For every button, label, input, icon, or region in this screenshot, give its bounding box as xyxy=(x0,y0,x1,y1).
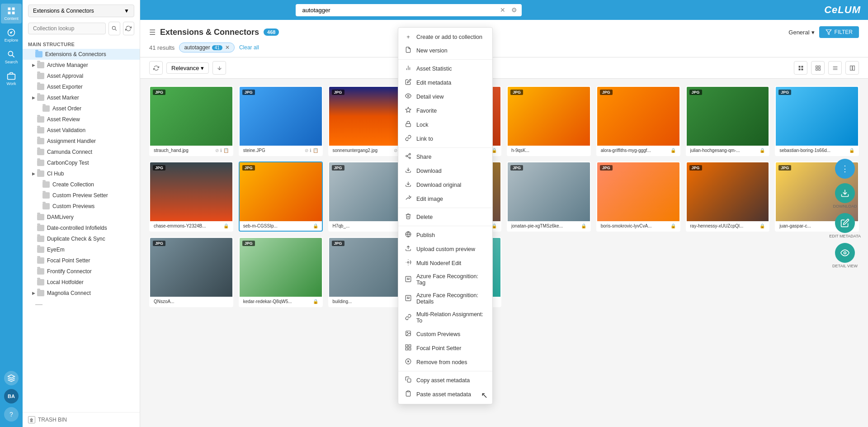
ctx-publish[interactable]: Publish xyxy=(398,228,492,242)
tree-item-camunda-connect[interactable]: Camunda Connect xyxy=(23,147,140,157)
ctx-edit-image[interactable]: Edit image xyxy=(398,192,492,206)
global-search-input[interactable] xyxy=(296,4,522,16)
sidebar-item-work[interactable]: Work xyxy=(1,69,22,89)
svg-rect-58 xyxy=(407,379,411,382)
ctx-azure-face-tag[interactable]: Azure Face Recognition: Tag xyxy=(398,270,492,289)
ctx-delete[interactable]: Delete xyxy=(398,210,492,224)
sidebar-item-content[interactable]: Content xyxy=(1,4,22,24)
tree-trash[interactable]: 🗑 TRASH BIN xyxy=(23,412,140,427)
image-card-15[interactable]: JPG ray-hennessy-xUUZcpQl... 🔒 xyxy=(686,161,770,232)
tree-item-asset-order[interactable]: Asset Order xyxy=(23,103,140,114)
sort-dropdown[interactable]: Relevance ▾ xyxy=(166,62,209,74)
tree-item-magnolia-connect[interactable]: ▶ Magnolia Connect xyxy=(23,288,140,299)
image-card-1[interactable]: JPG strauch_hand.jpg ⊘ ℹ 📋 xyxy=(149,86,233,156)
ctx-paste-asset-metadata[interactable]: Paste asset metadata ↖ xyxy=(398,387,492,401)
tree-item-custom-previews[interactable]: Custom Previews xyxy=(23,201,140,212)
image-card-6[interactable]: JPG alora-griffiths-myg-gggf... 🔒 xyxy=(596,86,680,156)
ctx-lock[interactable]: Lock xyxy=(398,118,492,132)
ctx-custom-previews[interactable]: Custom Previews xyxy=(398,327,492,341)
sidebar-item-search[interactable]: Search xyxy=(1,47,22,67)
chip-close-button[interactable]: ✕ xyxy=(225,44,230,51)
ctx-multi-noderef-edit[interactable]: Multi Noderef Edit xyxy=(398,256,492,270)
svg-point-32 xyxy=(409,153,411,155)
ctx-multi-relation[interactable]: Multi-Relation Assignment: To xyxy=(398,308,492,327)
tree-item-asset-marker[interactable]: ▶ Asset Marker xyxy=(23,92,140,103)
tree-item-archive-manager[interactable]: ▶ Archive Manager xyxy=(23,60,140,71)
tree-item-assignment-handler[interactable]: Assignment Handler xyxy=(23,136,140,147)
tree-search-input[interactable] xyxy=(28,23,106,34)
image-card-18[interactable]: JPG kedar-redekar-Q8qW5... 🔒 xyxy=(239,237,323,307)
tree-search-button[interactable] xyxy=(108,22,120,35)
help-button[interactable]: ? xyxy=(4,407,19,422)
svg-rect-20 xyxy=(818,68,820,70)
svg-rect-16 xyxy=(801,68,803,70)
svg-rect-19 xyxy=(816,68,817,70)
search-box: ✕ ⚙ xyxy=(296,4,522,16)
tree-item-eyeem[interactable]: EyeEm xyxy=(23,244,140,255)
ctx-download-original[interactable]: Download original xyxy=(398,178,492,192)
panel-view-button[interactable] xyxy=(845,61,859,75)
plugin-icon[interactable] xyxy=(4,371,19,385)
ctx-azure-face-details[interactable]: Azure Face Recognition: Details xyxy=(398,289,492,308)
ctx-focal-point-setter[interactable]: Focal Point Setter xyxy=(398,341,492,355)
hamburger-icon[interactable]: ☰ xyxy=(149,28,156,37)
image-card-7[interactable]: JPG julian-hochgesang-qm-... 🔒 xyxy=(686,86,770,156)
image-card-14[interactable]: JPG boris-smokrovic-lyvCvA... 🔒 xyxy=(596,161,680,232)
tree-item-carboncopy[interactable]: CarbonCopy Test xyxy=(23,157,140,168)
ctx-copy-asset-metadata[interactable]: Copy asset metadata xyxy=(398,373,492,387)
image-card-8[interactable]: JPG sebastian-boring-1s66d... 🔒 xyxy=(775,86,859,156)
sort-order-button[interactable] xyxy=(212,61,226,75)
tree-refresh-button[interactable] xyxy=(123,22,135,35)
ctx-favorite[interactable]: Favorite xyxy=(398,104,492,118)
list-view-button[interactable] xyxy=(828,61,842,75)
image-card-13[interactable]: JPG jonatan-pie-xgTMSz6ke... 🔒 xyxy=(507,161,591,232)
refresh-button[interactable] xyxy=(149,61,163,75)
tree-item-custom-preview-setter[interactable]: Custom Preview Setter xyxy=(23,190,140,201)
ctx-upload-custom-preview[interactable]: Upload custom preview xyxy=(398,242,492,256)
tree-item-focal-point-setter[interactable]: Focal Point Setter xyxy=(23,255,140,266)
ctx-new-version[interactable]: New version xyxy=(398,43,492,57)
ctx-create-collection[interactable]: + Create or add to collection xyxy=(398,30,492,43)
tree-item-duplicate-check[interactable]: Duplicate Check & Sync xyxy=(23,233,140,244)
tree-item-local-hotfolder[interactable]: Local Hotfolder xyxy=(23,277,140,288)
ctx-asset-statistic[interactable]: Asset Statistic xyxy=(398,62,492,76)
search-clear-button[interactable]: ✕ xyxy=(500,6,505,14)
ctx-link-to[interactable]: Link to xyxy=(398,132,492,146)
image-card-17[interactable]: JPG QNszoA... xyxy=(149,237,233,307)
tree-item-ci-hub[interactable]: ▶ CI Hub xyxy=(23,168,140,179)
clear-all-link[interactable]: Clear all xyxy=(239,44,259,51)
sidebar-item-explore[interactable]: Explore xyxy=(1,25,22,45)
svg-point-34 xyxy=(409,157,411,159)
filter-button[interactable]: FILTER xyxy=(819,26,859,38)
tree-item-asset-exporter[interactable]: Asset Exporter xyxy=(23,81,140,92)
image-card-5[interactable]: JPG h-9qsK... xyxy=(507,86,591,156)
image-card-2[interactable]: JPG steine.JPG ⊘ ℹ 📋 xyxy=(239,86,323,156)
grid-view-button[interactable] xyxy=(794,61,807,75)
ctx-detail-view[interactable]: Detail view xyxy=(398,90,492,104)
tree-item-create-collection[interactable]: Create Collection xyxy=(23,179,140,190)
tree-item-asset-review[interactable]: Asset Review xyxy=(23,114,140,125)
tree-item-asset-validation[interactable]: Asset Validation xyxy=(23,125,140,136)
ctx-download[interactable]: Download xyxy=(398,164,492,178)
tree-dropdown[interactable]: Extensions & Connectors ▼ xyxy=(28,5,134,17)
search-options-button[interactable]: ⚙ xyxy=(511,6,517,14)
tree-item-frontify-connector[interactable]: Frontify Connector xyxy=(23,266,140,277)
detail-view-button[interactable] xyxy=(835,243,855,263)
image-card-9[interactable]: JPG chase-emmons-Y2324B... 🔒 xyxy=(149,161,233,232)
edit-metadata-button[interactable] xyxy=(835,213,855,233)
tree-item-date-controlled[interactable]: Date-controlled Infofields xyxy=(23,223,140,233)
download-button[interactable] xyxy=(835,183,855,203)
svg-point-44 xyxy=(407,278,408,278)
tree-item-ext-conn[interactable]: Extensions & Connectors xyxy=(23,49,140,60)
ctx-remove-from-nodes[interactable]: Remove from nodes xyxy=(398,355,492,369)
more-options-button[interactable]: ⋮ xyxy=(835,159,855,179)
tree-item-asset-approval[interactable]: Asset Approval xyxy=(23,71,140,81)
ctx-edit-metadata[interactable]: Edit metadata xyxy=(398,76,492,90)
general-dropdown[interactable]: General ▾ xyxy=(788,29,814,36)
tree-item-damllivery[interactable]: DAMLivery xyxy=(23,212,140,223)
grid-view-alt-button[interactable] xyxy=(811,61,825,75)
ctx-share[interactable]: Share xyxy=(398,150,492,164)
image-card-10[interactable]: JPG seb-m-CGSSIp... 🔒 xyxy=(239,161,323,232)
user-avatar[interactable]: BA xyxy=(4,389,19,403)
svg-line-7 xyxy=(12,55,14,57)
